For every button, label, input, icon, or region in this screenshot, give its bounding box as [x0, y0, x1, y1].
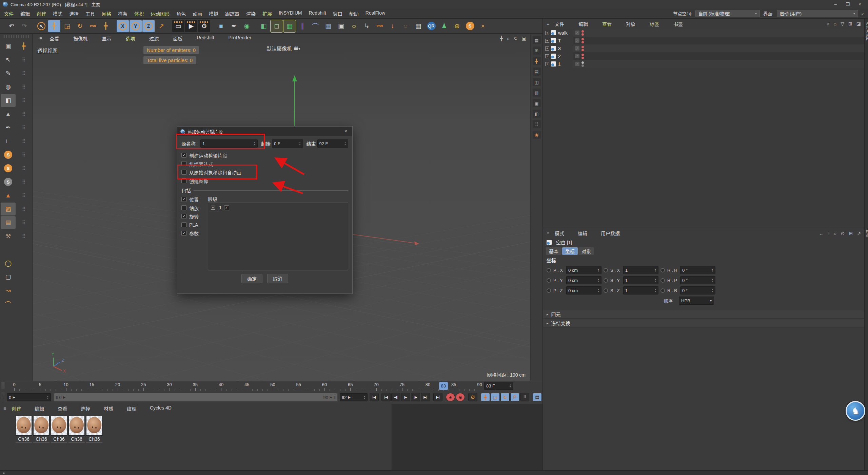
timeline-range-slider[interactable]: ‖ 0 F 90 F ‖ [54, 393, 338, 401]
viewport-menu-item-3[interactable]: 选项 [125, 35, 135, 42]
attribute-object-row[interactable]: 空白 [1] [543, 238, 864, 247]
ruler-drag-handle[interactable] [1, 382, 5, 390]
expand-icon[interactable]: + [545, 62, 549, 66]
viewport-menu-icon[interactable]: ≡ [39, 36, 42, 41]
prev-frame-button[interactable]: ◀| [391, 393, 400, 401]
checkbox-unchecked[interactable] [181, 205, 186, 210]
material-tile-2[interactable]: Ch36 [51, 416, 67, 443]
tree-item-checkbox[interactable]: ✓ [224, 205, 229, 210]
next-key-button[interactable]: ▶| [421, 393, 430, 401]
layer-toggle-icon[interactable]: ∕ [575, 46, 579, 51]
dialog-option-2[interactable]: 从原始对象移除包含动画 [181, 168, 348, 176]
transport-drag-handle[interactable] [1, 393, 5, 402]
current-frame-field[interactable]: 83 F ▲▼ [484, 382, 513, 390]
axe-tool[interactable]: ⚒ [1, 230, 16, 243]
spinner-arrows[interactable]: ▲▼ [363, 395, 366, 399]
record-pla-toggle[interactable]: ⠿ [520, 393, 529, 401]
object-menu-item-3[interactable]: 对象 [626, 20, 635, 27]
spinner-arrows[interactable]: ▲▼ [597, 278, 599, 282]
include-option-3[interactable]: PLA [181, 221, 208, 229]
field-input[interactable]: 0 °▲▼ [680, 266, 715, 274]
goto-start-button[interactable]: |◀ [370, 393, 379, 401]
dot-grid-icon[interactable]: ⠿ [533, 120, 541, 128]
palette-grid-cell-13[interactable]: ⠿ [16, 216, 31, 229]
tab-坐标[interactable]: 坐标 [562, 247, 578, 255]
timeline-ruler[interactable]: 83 83 F ▲▼ 05101520253035404550556065707… [0, 381, 542, 391]
measure-tool[interactable]: ∟ [1, 135, 16, 148]
palette-drag-handle[interactable] [3, 35, 29, 38]
visibility-dot[interactable] [581, 57, 584, 59]
primitive-cube-menu[interactable]: ■ [215, 20, 227, 32]
xparticles-plugin-button[interactable]: × [477, 20, 489, 32]
rotation-order-select[interactable]: HPB ▾ [679, 297, 714, 305]
rect-spline-tool[interactable]: ▢ [1, 270, 16, 283]
visibility-dot[interactable] [581, 61, 584, 64]
viewport-menu-item-0[interactable]: 查看 [50, 35, 59, 42]
cancel-button[interactable]: 取消 [267, 274, 288, 283]
palette-grid-cell-14[interactable]: ⠿ [16, 230, 31, 243]
half-icon[interactable]: ◧ [533, 110, 541, 118]
grid-icon[interactable]: ⊞ [849, 231, 853, 236]
visibility-dot[interactable] [581, 46, 584, 48]
viewport-menu-item-5[interactable]: 面板 [173, 35, 182, 42]
menu-item-12[interactable]: 模拟 [209, 10, 218, 17]
hierarchy-list[interactable]: + 1 ✓ [208, 203, 348, 270]
drop-to-floor-button[interactable]: ↓ [387, 20, 399, 32]
tag-icon[interactable]: ◪ [856, 21, 861, 26]
spinner-arrows[interactable]: ▲▼ [654, 268, 656, 272]
search-icon[interactable]: ⌕ [834, 231, 837, 236]
layer-toggle-icon[interactable]: ∕ [575, 38, 579, 43]
menu-item-13[interactable]: 跟踪器 [225, 10, 239, 17]
visibility-dot[interactable] [581, 49, 584, 51]
lock-icon[interactable]: ⊙ [841, 231, 845, 236]
field-cage-menu[interactable]: ◻ [271, 20, 283, 32]
visibility-dots[interactable] [581, 38, 584, 43]
object-row-1[interactable]: +1∕ [543, 60, 864, 68]
object-name[interactable]: 3 [558, 46, 561, 51]
qr-plugin-button[interactable]: QR [425, 20, 437, 32]
menu-item-18[interactable]: 窗口 [333, 10, 342, 17]
spinner-arrows[interactable]: ▲▼ [711, 288, 713, 292]
attribute-menu-item-0[interactable]: 模式 [555, 230, 564, 236]
up-icon[interactable]: ↑ [828, 231, 830, 236]
columns-icon[interactable]: ◫ [533, 78, 541, 86]
active-camera-label[interactable]: 默认摄像机 [267, 45, 301, 52]
source-name-input[interactable]: 1 ▲▼ [200, 139, 258, 148]
start-frame-field[interactable]: 0 F ▲▼ [272, 139, 303, 148]
attribute-menu-icon[interactable]: ≡ [547, 230, 549, 236]
spinner-arrows[interactable]: ▲▼ [344, 141, 346, 146]
include-option-4[interactable]: ✓参数 [181, 229, 208, 238]
scale-tool[interactable]: ◲ [61, 20, 73, 32]
palette-grid-cell-12[interactable]: ⠿ [16, 203, 31, 215]
y-axis-lock[interactable]: Y [130, 20, 142, 32]
add-tool[interactable]: ╋ [16, 40, 31, 53]
viewport-menu-item-1[interactable]: 摄像机 [73, 35, 87, 42]
checkbox-checked[interactable]: ✓ [181, 214, 186, 219]
expand-icon[interactable]: + [545, 46, 549, 51]
fire-t ool[interactable]: ▲ [1, 189, 16, 202]
node-space-select[interactable]: 当前 (标准/物理) ▾ [695, 10, 760, 17]
spinner-arrows[interactable]: ▲▼ [299, 141, 301, 146]
palette-grid-cell-4[interactable]: ⠿ [16, 94, 31, 107]
viewport-menu-item-7[interactable]: ProRender [229, 35, 252, 42]
menu-item-8[interactable]: 体积 [134, 10, 144, 17]
window-tool[interactable]: ▣ [1, 40, 16, 53]
next-frame-button[interactable]: |▶ [411, 393, 420, 401]
undo-button[interactable]: ↶ [5, 20, 18, 32]
object-menu-icon[interactable]: ≡ [547, 21, 549, 26]
prev-key-button[interactable]: |◀ [381, 393, 391, 401]
menu-item-15[interactable]: 扩展 [262, 10, 272, 17]
close-icon[interactable]: × [342, 129, 349, 134]
checkbox-unchecked[interactable] [181, 178, 186, 183]
tab-content-browser[interactable]: 内容浏览器 [865, 22, 868, 41]
field-input[interactable]: 0 cm▲▼ [566, 266, 601, 274]
freehand-spline-tool[interactable]: ↝ [1, 284, 16, 297]
move-axis-tool[interactable]: ╋ [100, 20, 112, 32]
expand-icon[interactable]: + [545, 31, 549, 35]
z-axis-lock[interactable]: Z [142, 20, 155, 32]
menu-item-16[interactable]: INSYDIUM [279, 10, 302, 17]
autokey-button[interactable]: ◉ [456, 393, 465, 401]
visibility-dot[interactable] [581, 54, 584, 56]
menu-item-14[interactable]: 渲染 [246, 10, 256, 17]
brick-tool[interactable]: ▤ [1, 216, 16, 229]
